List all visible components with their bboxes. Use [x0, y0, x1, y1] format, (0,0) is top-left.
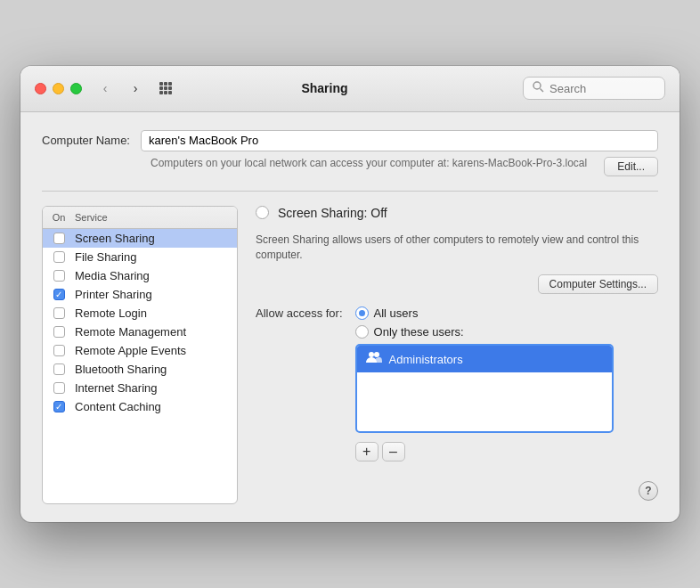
- service-row-internet-sharing[interactable]: Internet Sharing: [43, 379, 237, 397]
- service-name-printer-sharing: Printer Sharing: [75, 288, 237, 301]
- checkbox-screen-sharing[interactable]: [53, 233, 65, 244]
- service-row-remote-management[interactable]: Remote Management: [43, 323, 237, 341]
- checkbox-remote-management[interactable]: [53, 326, 65, 338]
- service-row-content-caching[interactable]: ✓ Content Caching: [43, 397, 237, 416]
- service-name-remote-login: Remote Login: [75, 306, 237, 320]
- user-group-icon: [366, 350, 382, 368]
- radio-all-users[interactable]: All users: [355, 306, 614, 320]
- access-row: Allow access for: All users Only these u…: [256, 306, 658, 461]
- service-description: Screen Sharing allows users of other com…: [256, 233, 658, 263]
- service-row-screen-sharing[interactable]: Screen Sharing: [43, 229, 237, 248]
- computer-name-section: Computer Name: Computers on your local n…: [42, 130, 658, 192]
- help-button[interactable]: ?: [639, 481, 658, 501]
- checkbox-printer-sharing[interactable]: ✓: [53, 289, 65, 300]
- service-status-radio[interactable]: [256, 206, 269, 219]
- window-title: Sharing: [126, 81, 523, 95]
- remove-user-button[interactable]: –: [382, 442, 405, 461]
- access-section: Allow access for: All users Only these u…: [256, 306, 658, 461]
- service-checkbox-content-caching[interactable]: ✓: [43, 401, 75, 412]
- service-title-row: Screen Sharing: Off: [256, 206, 658, 220]
- service-name-content-caching: Content Caching: [75, 400, 237, 413]
- search-box[interactable]: [523, 77, 665, 100]
- radio-only-these-users-label: Only these users:: [374, 325, 464, 339]
- computer-settings-button[interactable]: Computer Settings...: [538, 274, 658, 294]
- maximize-button[interactable]: [70, 83, 82, 94]
- service-name-file-sharing: File Sharing: [75, 250, 237, 264]
- checkbox-file-sharing[interactable]: [53, 251, 65, 263]
- service-name-media-sharing: Media Sharing: [75, 269, 237, 282]
- service-checkbox-remote-login[interactable]: [43, 307, 75, 319]
- checkbox-media-sharing[interactable]: [53, 270, 65, 282]
- svg-point-12: [374, 352, 379, 357]
- access-options: All users Only these users:: [355, 306, 614, 461]
- help-row: ?: [256, 474, 658, 504]
- service-checkbox-remote-apple-events[interactable]: [43, 345, 75, 356]
- service-checkbox-remote-management[interactable]: [43, 326, 75, 338]
- add-user-button[interactable]: +: [355, 442, 378, 461]
- services-panel: On Service Screen Sharing: [42, 206, 238, 505]
- service-name-internet-sharing: Internet Sharing: [75, 381, 237, 395]
- hostname-text: Computers on your local network can acce…: [151, 157, 593, 169]
- radio-all-users-label: All users: [374, 306, 419, 320]
- service-row-file-sharing[interactable]: File Sharing: [43, 248, 237, 266]
- svg-line-10: [541, 89, 544, 93]
- service-row-bluetooth-sharing[interactable]: Bluetooth Sharing: [43, 360, 237, 379]
- checkbox-internet-sharing[interactable]: [53, 382, 65, 394]
- header-service: Service: [75, 210, 237, 225]
- traffic-lights: [35, 83, 82, 94]
- radio-only-these-users-circle[interactable]: [355, 325, 369, 339]
- service-checkbox-file-sharing[interactable]: [43, 251, 75, 263]
- minimize-button[interactable]: [53, 83, 64, 94]
- radio-only-these-users[interactable]: Only these users:: [355, 325, 614, 339]
- service-row-media-sharing[interactable]: Media Sharing: [43, 266, 237, 285]
- svg-point-9: [533, 82, 541, 89]
- service-row-remote-apple-events[interactable]: Remote Apple Events: [43, 341, 237, 360]
- close-button[interactable]: [35, 83, 46, 94]
- users-list-container: Administrators: [355, 344, 614, 433]
- access-label: Allow access for:: [256, 306, 343, 320]
- search-icon: [533, 81, 544, 95]
- service-checkbox-internet-sharing[interactable]: [43, 382, 75, 394]
- services-list: Screen Sharing File Sharing: [43, 229, 237, 416]
- service-title: Screen Sharing: Off: [278, 206, 387, 220]
- main-panel: On Service Screen Sharing: [42, 206, 658, 505]
- user-name-administrators: Administrators: [389, 353, 463, 366]
- header-on: On: [43, 210, 75, 225]
- service-checkbox-printer-sharing[interactable]: ✓: [43, 289, 75, 300]
- computer-name-row: Computer Name:: [42, 130, 658, 151]
- service-name-screen-sharing: Screen Sharing: [75, 232, 237, 245]
- radio-all-users-circle[interactable]: [355, 306, 369, 320]
- users-list-buttons: + –: [355, 442, 614, 461]
- service-name-remote-management: Remote Management: [75, 325, 237, 339]
- right-panel: Screen Sharing: Off Screen Sharing allow…: [238, 206, 658, 505]
- users-list: Administrators: [357, 346, 612, 426]
- edit-button[interactable]: Edit...: [604, 157, 658, 176]
- checkbox-bluetooth-sharing[interactable]: [53, 363, 65, 375]
- content-area: Computer Name: Computers on your local n…: [20, 112, 680, 523]
- service-row-remote-login[interactable]: Remote Login: [43, 304, 237, 323]
- hostname-row: Computers on your local network can acce…: [42, 157, 658, 176]
- titlebar: ‹ › Sharing: [20, 66, 680, 112]
- checkbox-remote-login[interactable]: [53, 307, 65, 319]
- computer-name-input[interactable]: [141, 130, 658, 151]
- service-name-bluetooth-sharing: Bluetooth Sharing: [75, 363, 237, 376]
- service-row-printer-sharing[interactable]: ✓ Printer Sharing: [43, 285, 237, 304]
- checkbox-content-caching[interactable]: ✓: [53, 401, 65, 412]
- computer-name-label: Computer Name:: [42, 134, 130, 147]
- service-checkbox-bluetooth-sharing[interactable]: [43, 363, 75, 375]
- user-row-administrators[interactable]: Administrators: [357, 346, 612, 372]
- back-button[interactable]: ‹: [93, 79, 118, 97]
- checkbox-remote-apple-events[interactable]: [53, 345, 65, 356]
- service-name-remote-apple-events: Remote Apple Events: [75, 344, 237, 357]
- search-input[interactable]: [549, 82, 655, 95]
- main-window: ‹ › Sharing Computer Name:: [20, 66, 680, 523]
- svg-point-11: [369, 352, 374, 357]
- service-checkbox-media-sharing[interactable]: [43, 270, 75, 282]
- services-header: On Service: [43, 207, 237, 229]
- service-checkbox-screen-sharing[interactable]: [43, 233, 75, 244]
